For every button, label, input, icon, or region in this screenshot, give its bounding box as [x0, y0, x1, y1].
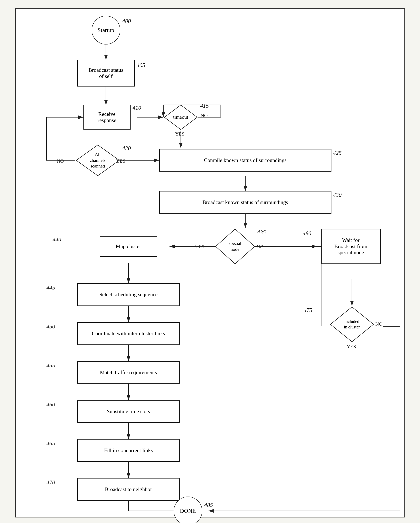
node-440-label: Map cluster — [116, 243, 141, 250]
done-label: DONE — [180, 508, 196, 514]
node-435-label: specialnode — [229, 241, 241, 252]
timeout-no-label: NO — [201, 113, 208, 118]
node-425-label: Compile known status of surroundings — [204, 157, 287, 163]
label-470: 470 — [47, 479, 55, 486]
label-485: 485 — [204, 502, 213, 508]
label-425: 425 — [333, 150, 342, 156]
node-440: Map cluster — [100, 236, 157, 257]
label-430: 430 — [333, 192, 342, 198]
node-405-label: Broadcast statusof self — [89, 67, 123, 79]
node-455-label: Match traffic requirements — [100, 369, 157, 376]
label-415: 415 — [200, 103, 209, 109]
node-425: Compile known status of surroundings — [159, 149, 331, 172]
node-475-label: includedin cluster — [344, 319, 360, 329]
node-415: timeout — [163, 104, 198, 131]
node-415-label: timeout — [173, 114, 188, 120]
node-475: includedin cluster — [329, 306, 374, 343]
node-420-label: Allchannelsscanned — [90, 152, 105, 169]
node-480: Wait forBroadcast fromspecial node — [321, 229, 381, 264]
node-480-label: Wait forBroadcast fromspecial node — [334, 237, 367, 256]
startup-node: Startup — [92, 16, 120, 44]
special-no-label: NO — [257, 244, 264, 250]
node-460-label: Substitute time slots — [107, 409, 150, 415]
startup-label: Startup — [97, 27, 114, 33]
cluster-yes-label: YES — [347, 344, 356, 349]
label-405: 405 — [137, 62, 145, 68]
node-445: Select scheduling sequence — [77, 283, 180, 306]
node-455: Match traffic requirements — [77, 361, 180, 384]
node-410: Receiveresponse — [83, 105, 130, 130]
cluster-no-label: NO — [376, 321, 383, 327]
node-410-label: Receiveresponse — [97, 111, 116, 123]
diagram: Startup 400 Broadcast statusof self 405 … — [20, 13, 400, 513]
label-450: 450 — [47, 323, 55, 330]
channels-no-label: NO — [57, 158, 64, 164]
label-475: 475 — [304, 307, 312, 313]
node-465: Fill in concurrent links — [77, 439, 180, 462]
node-460: Substitute time slots — [77, 400, 180, 423]
node-405: Broadcast statusof self — [77, 60, 135, 87]
node-430: Broadcast known status of surroundings — [159, 191, 331, 214]
special-yes-label: YES — [195, 244, 204, 250]
node-470-label: Broadcast to neighbor — [105, 486, 152, 492]
node-430-label: Broadcast known status of surroundings — [202, 199, 288, 205]
node-450: Coordinate with inter-cluster links — [77, 322, 180, 345]
label-455: 455 — [47, 362, 55, 369]
label-480: 480 — [303, 230, 311, 237]
label-420: 420 — [122, 145, 131, 152]
node-420: Allchannelsscanned — [75, 144, 120, 177]
label-460: 460 — [47, 401, 55, 408]
done-node: DONE — [174, 497, 202, 523]
label-435: 435 — [257, 229, 266, 236]
node-470: Broadcast to neighbor — [77, 478, 180, 501]
channels-yes-label: YES — [116, 158, 125, 164]
node-465-label: Fill in concurrent links — [104, 447, 153, 453]
node-435: specialnode — [215, 228, 256, 265]
node-450-label: Coordinate with inter-cluster links — [92, 330, 165, 337]
label-440: 440 — [53, 236, 61, 243]
label-400: 400 — [122, 18, 131, 25]
page: Startup 400 Broadcast statusof self 405 … — [15, 8, 405, 517]
label-410: 410 — [133, 105, 141, 111]
label-445: 445 — [47, 284, 55, 291]
label-465: 465 — [47, 440, 55, 447]
node-445-label: Select scheduling sequence — [99, 292, 157, 298]
timeout-yes-label: YES — [175, 131, 185, 137]
